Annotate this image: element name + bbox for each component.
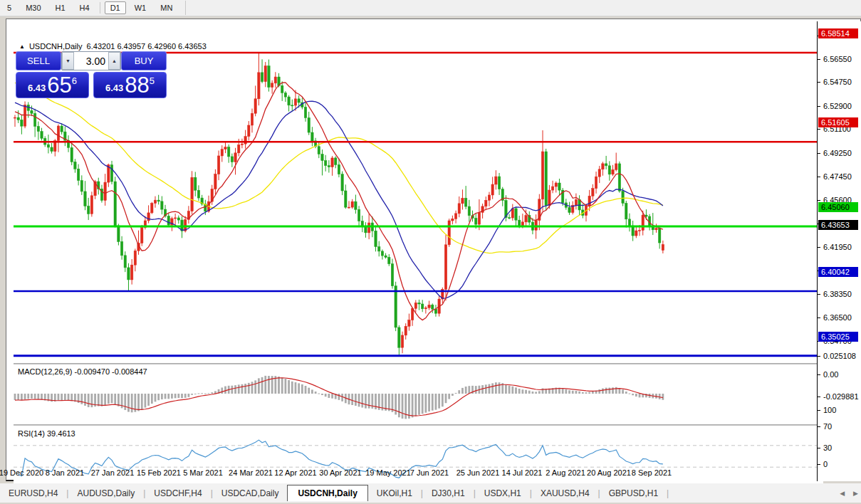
price-chart-plot[interactable] xyxy=(14,41,823,500)
rsi-scale-tick: 0 xyxy=(823,460,828,468)
price-tick: 6.49250 xyxy=(823,149,852,157)
tab-scroll-left-icon[interactable]: ◀ xyxy=(840,490,845,497)
volume-spinner: ▼ ▲ xyxy=(61,51,121,70)
chart-symbol-label: USDCNH,Daily xyxy=(29,42,83,51)
axis-tick-mark xyxy=(818,59,820,60)
macd-scale-tick: -0.029881 xyxy=(823,392,859,401)
axis-tick-mark xyxy=(818,356,820,357)
buy-price-prefix: 6.43 xyxy=(105,83,123,93)
date-label: 5 Mar 2021 xyxy=(183,468,223,477)
tab-xauusd-h4[interactable]: XAUUSD,H4 xyxy=(532,485,598,501)
date-label: 27 Jan 2021 xyxy=(91,468,135,477)
axis-tick-mark xyxy=(818,177,820,177)
axis-tick-mark xyxy=(818,82,820,83)
axis-tick-mark xyxy=(818,153,820,154)
toolbar-separator xyxy=(185,1,186,15)
sell-price-prefix: 6.43 xyxy=(28,83,46,93)
volume-input[interactable] xyxy=(74,52,108,70)
tab-eurusd-h4[interactable]: EURUSD,H4 xyxy=(0,485,66,501)
sell-price-sup: 6 xyxy=(72,75,77,86)
volume-increase-icon[interactable]: ▲ xyxy=(108,52,120,70)
current-price-label: 6.43653 xyxy=(818,220,858,230)
date-label: 30 Apr 2021 xyxy=(319,468,361,477)
tab-audusd-daily[interactable]: AUDUSD,Daily xyxy=(68,485,143,501)
chart-ohlc-values: 6.43201 6.43957 6.42960 6.43653 xyxy=(87,42,207,51)
tab-ukoil-h1[interactable]: UKOil,H1 xyxy=(368,485,421,501)
macd-scale-tick: 0.025108 xyxy=(823,352,856,360)
axis-tick-mark xyxy=(818,426,820,427)
buy-button[interactable]: BUY xyxy=(121,51,167,70)
tab-separator: | xyxy=(667,488,669,498)
rsi-indicator-label: RSI(14) 39.4613 xyxy=(18,429,75,438)
price-tick: 6.54750 xyxy=(823,78,852,86)
date-label: 14 Jul 2021 xyxy=(502,468,543,477)
tab-usdcnh-daily[interactable]: USDCNH,Daily xyxy=(287,485,367,501)
rsi-scale-tick: 30 xyxy=(823,443,832,452)
price-tick: 6.41950 xyxy=(823,243,852,251)
sell-price-display[interactable]: 6.43656 xyxy=(16,72,89,98)
timeframe-button-5[interactable]: 5 xyxy=(1,1,17,14)
toolbar-separator xyxy=(100,2,100,14)
date-label: 19 Dec 2020 xyxy=(0,468,43,477)
date-label: 20 Aug 2021 xyxy=(587,468,631,477)
date-label: 8 Jan 2021 xyxy=(46,468,84,477)
sell-button[interactable]: SELL xyxy=(16,51,61,70)
axis-tick-mark xyxy=(818,200,820,201)
buy-price-big: 88 xyxy=(125,75,149,96)
price-tick: 6.36500 xyxy=(823,313,852,322)
tab-scroll-right-icon[interactable]: ▶ xyxy=(853,490,858,497)
chart-title: ▲USDCNH,Daily 6.43201 6.43957 6.42960 6.… xyxy=(19,42,207,51)
price-tick: 6.47450 xyxy=(823,172,852,181)
date-label: 2 Aug 2021 xyxy=(546,468,585,477)
timeframe-button-mn[interactable]: MN xyxy=(155,1,178,14)
macd-scale-tick: 0.00 xyxy=(823,370,838,379)
macd-values: -0.009470 -0.008447 xyxy=(74,367,147,376)
axis-tick-mark xyxy=(818,317,820,318)
axis-tick-mark xyxy=(818,448,820,448)
price-level-label: 6.45060 xyxy=(818,202,858,212)
axis-tick-mark xyxy=(818,397,820,397)
timeframe-button-m30[interactable]: M30 xyxy=(20,1,46,14)
axis-tick-mark xyxy=(818,374,820,375)
timeframe-button-d1[interactable]: D1 xyxy=(105,1,126,14)
volume-decrease-icon[interactable]: ▼ xyxy=(62,52,74,70)
price-level-label: 6.58514 xyxy=(818,28,858,38)
tab-dj30-h1[interactable]: DJ30,H1 xyxy=(423,485,474,501)
rsi-scale-tick: 70 xyxy=(823,422,832,431)
price-tick: 6.52900 xyxy=(823,102,852,110)
macd-indicator-label: MACD(12,26,9) -0.009470 -0.008447 xyxy=(18,367,147,376)
collapse-arrow-icon[interactable]: ▲ xyxy=(19,43,25,50)
tab-usdchf-h4[interactable]: USDCHF,H4 xyxy=(145,485,210,501)
timeframe-button-w1[interactable]: W1 xyxy=(129,1,152,14)
axis-tick-mark xyxy=(818,410,820,411)
axis-tick-mark xyxy=(818,294,820,295)
timeframe-button-h1[interactable]: H1 xyxy=(50,1,71,14)
axis-tick-mark xyxy=(818,464,820,465)
date-label: 19 May 2021 xyxy=(365,468,411,477)
chart-tab-bar: EURUSD,H4|AUDUSD,Daily|USDCHF,H4|USDCAD,… xyxy=(0,483,861,503)
date-label: 7 Jun 2021 xyxy=(410,468,449,477)
price-level-label: 6.35025 xyxy=(818,332,858,342)
timeframe-button-h4[interactable]: H4 xyxy=(74,1,95,14)
date-label: 8 Sep 2021 xyxy=(632,468,672,477)
price-level-label: 6.51605 xyxy=(818,117,858,127)
date-label: 12 Apr 2021 xyxy=(274,468,316,477)
price-level-label: 6.40042 xyxy=(818,267,858,277)
price-tick: 6.56550 xyxy=(823,55,852,63)
tab-usdcad-daily[interactable]: USDCAD,Daily xyxy=(213,485,288,501)
price-tick: 6.38350 xyxy=(823,290,852,298)
tab-gbpusd-h1[interactable]: GBPUSD,H1 xyxy=(600,485,667,501)
sell-price-big: 65 xyxy=(47,75,71,96)
buy-price-display[interactable]: 6.43885 xyxy=(93,72,167,98)
rsi-scale-tick: 100 xyxy=(823,406,836,414)
tab-usdx-h1[interactable]: USDX,H1 xyxy=(476,485,530,501)
date-label: 15 Feb 2021 xyxy=(137,468,181,477)
buy-price-sup: 5 xyxy=(150,75,155,86)
axis-tick-mark xyxy=(818,129,820,130)
date-label: 25 Jun 2021 xyxy=(456,468,500,477)
date-label: 24 Mar 2021 xyxy=(229,468,273,477)
one-click-trading-panel: SELL ▼ ▲ BUY 6.43656 6.43885 xyxy=(16,51,167,98)
price-axis[interactable]: 6.583506.565506.547506.529006.511006.492… xyxy=(817,21,861,481)
timeframe-toolbar: 5M30H1H4D1W1MN xyxy=(0,0,861,16)
chart-window: ▲USDCNH,Daily 6.43201 6.43957 6.42960 6.… xyxy=(6,19,861,481)
